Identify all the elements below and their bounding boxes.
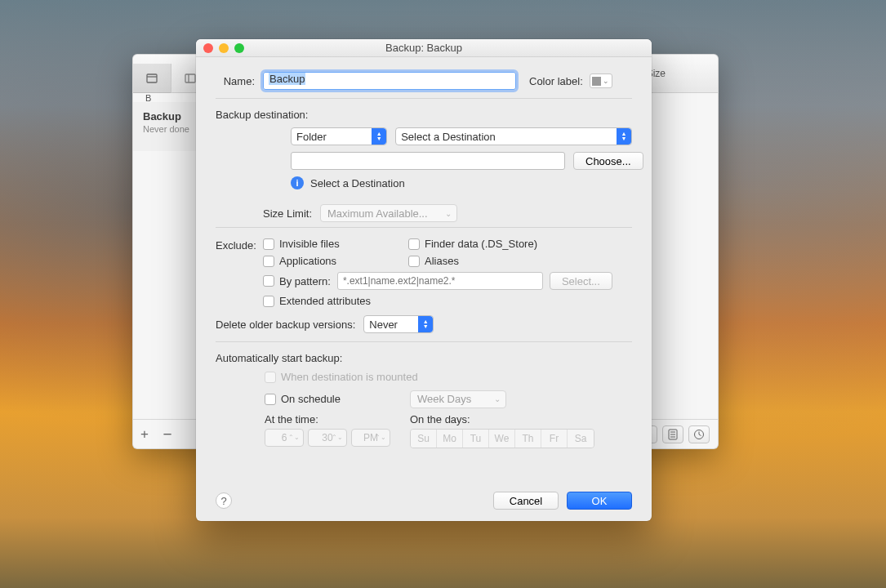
ondays-label: On the days: [410, 413, 594, 425]
exclude-invisible-checkbox[interactable]: Invisible files [263, 238, 408, 250]
pattern-select-button[interactable]: Select... [550, 272, 612, 290]
minute-stepper[interactable]: 30 [308, 429, 347, 447]
exclude-finder-checkbox[interactable]: Finder data (.DS_Store) [408, 238, 537, 250]
svg-rect-0 [147, 74, 157, 82]
svg-rect-2 [185, 74, 195, 82]
clock-icon [693, 429, 705, 440]
destination-type-popup[interactable]: Folder▲▼ [291, 127, 387, 145]
page-icon [668, 429, 678, 440]
destination-warning: Select a Destination [310, 177, 405, 189]
auto-schedule-checkbox[interactable]: On schedule [265, 393, 410, 405]
destination-label: Backup destination: [216, 109, 632, 121]
backup-settings-sheet: Backup: Backup Name: Backup Color label:… [196, 39, 652, 521]
color-swatch-gray [592, 77, 601, 86]
colorlabel-picker[interactable]: ⌄ [590, 74, 612, 88]
day-we[interactable]: We [489, 430, 515, 448]
page-icon-button[interactable] [662, 425, 683, 443]
day-th[interactable]: Th [515, 430, 541, 448]
cancel-button[interactable]: Cancel [493, 492, 559, 510]
destination-path-input[interactable] [291, 152, 565, 170]
sizelimit-label: Size Limit: [216, 207, 320, 220]
exclude-bypattern-checkbox[interactable]: By pattern: [263, 275, 331, 287]
sidebar: Backup Never done [133, 102, 200, 151]
day-sa[interactable]: Sa [568, 430, 594, 448]
info-icon: i [291, 176, 304, 189]
sidebar-item-backup[interactable]: Backup Never done [133, 102, 200, 142]
svg-line-10 [699, 434, 701, 436]
weekdays-popup[interactable]: Week Days [410, 390, 506, 408]
add-button[interactable]: + [133, 426, 156, 443]
auto-mounted-checkbox: When destination is mounted [265, 371, 418, 383]
name-input[interactable]: Backup [263, 72, 516, 90]
exclude-aliases-checkbox[interactable]: Aliases [408, 255, 459, 267]
exclude-applications-checkbox[interactable]: Applications [263, 255, 408, 267]
delete-versions-label: Delete older backup versions: [216, 318, 355, 331]
toolbar-tab-1[interactable] [133, 64, 171, 93]
ampm-stepper[interactable]: PM [351, 429, 390, 447]
attime-label: At the time: [265, 413, 410, 425]
day-mo[interactable]: Mo [437, 430, 463, 448]
sheet-title: Backup: Backup [196, 42, 652, 54]
delete-versions-popup[interactable]: Never▲▼ [363, 315, 434, 333]
sidebar-item-subtitle: Never done [143, 124, 190, 134]
name-label: Name: [216, 75, 263, 87]
box-icon [145, 72, 158, 85]
choose-button[interactable]: Choose... [573, 152, 643, 170]
exclude-extended-checkbox[interactable]: Extended attributes [263, 295, 371, 307]
help-button[interactable]: ? [216, 492, 232, 509]
panel-icon [184, 72, 197, 85]
day-fr[interactable]: Fr [541, 430, 568, 448]
exclude-label: Exclude: [216, 238, 263, 252]
ok-button[interactable]: OK [567, 492, 632, 510]
sheet-titlebar: Backup: Backup [196, 39, 652, 57]
clock-icon-button[interactable] [688, 425, 710, 443]
remove-button[interactable]: − [156, 425, 179, 443]
hour-stepper[interactable]: 6 [265, 429, 304, 447]
sizelimit-popup[interactable]: Maximum Available... [320, 204, 457, 222]
pattern-input[interactable] [337, 272, 543, 290]
day-su[interactable]: Su [411, 430, 437, 448]
days-segment[interactable]: Su Mo Tu We Th Fr Sa [410, 429, 594, 448]
colorlabel-label: Color label: [529, 75, 583, 87]
sidebar-item-title: Backup [143, 110, 190, 122]
destination-select-popup[interactable]: Select a Destination▲▼ [395, 127, 632, 145]
auto-start-label: Automatically start backup: [216, 352, 632, 364]
day-tu[interactable]: Tu [463, 430, 489, 448]
